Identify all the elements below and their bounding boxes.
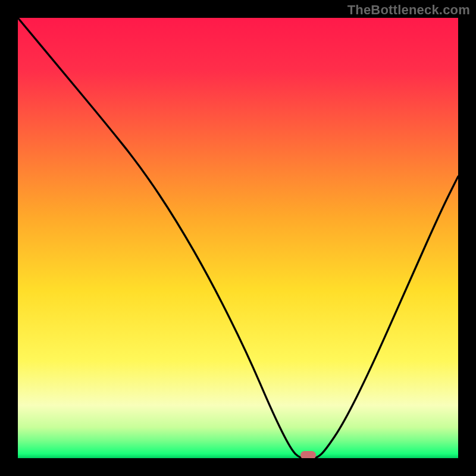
- chart-stage: TheBottleneck.com: [0, 0, 476, 476]
- optimal-marker: [300, 451, 316, 458]
- plot-area: [18, 18, 458, 458]
- watermark-text: TheBottleneck.com: [347, 2, 470, 18]
- bottleneck-curve: [18, 18, 458, 458]
